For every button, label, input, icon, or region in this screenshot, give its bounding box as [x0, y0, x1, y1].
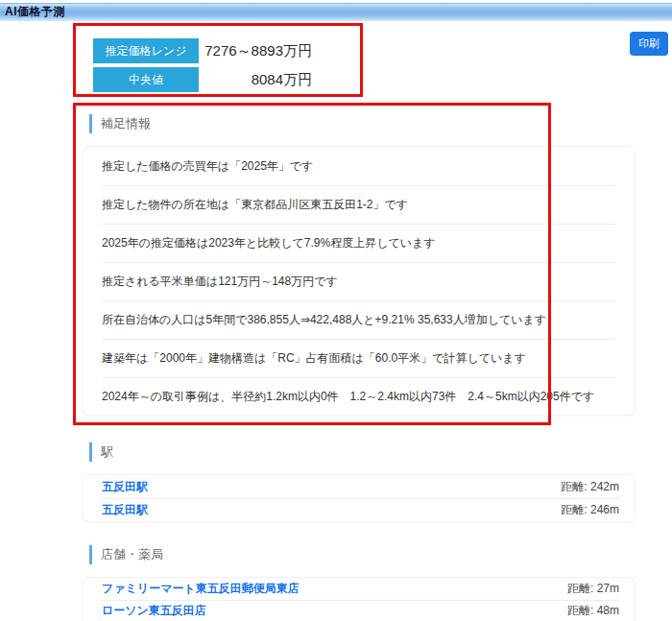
supplementary-section-title: 補足情報	[89, 114, 151, 133]
supplementary-card: 推定した価格の売買年は「2025年」です 推定した物件の所在地は「東京都品川区東…	[82, 146, 636, 416]
distance-label: 距離:	[567, 604, 593, 617]
median-value: 8084万円	[192, 67, 312, 92]
shop-row: ファミリーマート東五反田郵便局東店 距離: 27m	[83, 578, 635, 600]
print-button[interactable]: 印刷	[630, 32, 668, 56]
supplementary-item: 推定した物件の所在地は「東京都品川区東五反田1-2」です	[83, 185, 635, 224]
supplementary-item: 建築年は「2000年」建物構造は「RC」占有面積は「60.0平米」で計算していま…	[83, 339, 635, 377]
distance-value: 242m	[590, 480, 619, 493]
station-link[interactable]: 五反田駅	[102, 502, 148, 518]
section-accent-bar	[89, 545, 92, 564]
supplementary-item: 2024年～の取引事例は、半径約1.2km以内0件 1.2～2.4km以内73件…	[83, 377, 635, 416]
page-title: AI価格予測	[5, 4, 65, 20]
station-distance: 距離: 242m	[561, 479, 619, 495]
header-bar	[0, 3, 672, 21]
distance-value: 246m	[590, 503, 619, 516]
station-row: 五反田駅 距離: 242m	[83, 475, 635, 498]
price-range-value: 7276～8893万円	[192, 38, 312, 63]
shop-row: ローソン東五反田店 距離: 48m	[83, 600, 635, 621]
page: AI価格予測 印刷 推定価格レンジ 7276～8893万円 中央値 8084万円…	[0, 0, 672, 621]
shop-link[interactable]: ローソン東五反田店	[102, 603, 206, 619]
shop-distance: 距離: 27m	[567, 581, 619, 597]
station-link[interactable]: 五反田駅	[102, 479, 148, 495]
station-distance: 距離: 246m	[561, 502, 619, 518]
section-accent-bar	[89, 442, 92, 462]
section-title-label: 補足情報	[101, 115, 151, 132]
supplementary-item: 推定される平米単価は121万円～148万円です	[83, 262, 635, 300]
supplementary-item: 所在自治体の人口は5年間で386,855人⇒422,488人と+9.21% 35…	[83, 300, 635, 339]
supplementary-item: 2025年の推定価格は2023年と比較して7.9%程度上昇しています	[83, 224, 635, 262]
section-title-label: 駅	[101, 443, 113, 461]
supplementary-item: 推定した価格の売買年は「2025年」です	[83, 147, 635, 185]
price-range-label-chip: 推定価格レンジ	[93, 38, 199, 63]
shop-distance: 距離: 48m	[567, 603, 619, 619]
median-label-chip: 中央値	[93, 67, 199, 92]
shop-link[interactable]: ファミリーマート東五反田郵便局東店	[102, 581, 300, 597]
distance-label: 距離:	[561, 480, 587, 493]
section-title-label: 店舗・薬局	[101, 546, 163, 563]
station-row: 五反田駅 距離: 246m	[83, 498, 635, 521]
distance-label: 距離:	[567, 582, 593, 595]
distance-value: 48m	[597, 604, 619, 617]
shops-card: ファミリーマート東五反田郵便局東店 距離: 27m ローソン東五反田店 距離: …	[82, 577, 636, 621]
distance-label: 距離:	[561, 503, 587, 516]
distance-value: 27m	[597, 582, 619, 595]
stations-card: 五反田駅 距離: 242m 五反田駅 距離: 246m	[82, 474, 636, 522]
section-accent-bar	[89, 114, 92, 133]
shops-section-title: 店舗・薬局	[89, 545, 163, 564]
stations-section-title: 駅	[89, 442, 113, 462]
